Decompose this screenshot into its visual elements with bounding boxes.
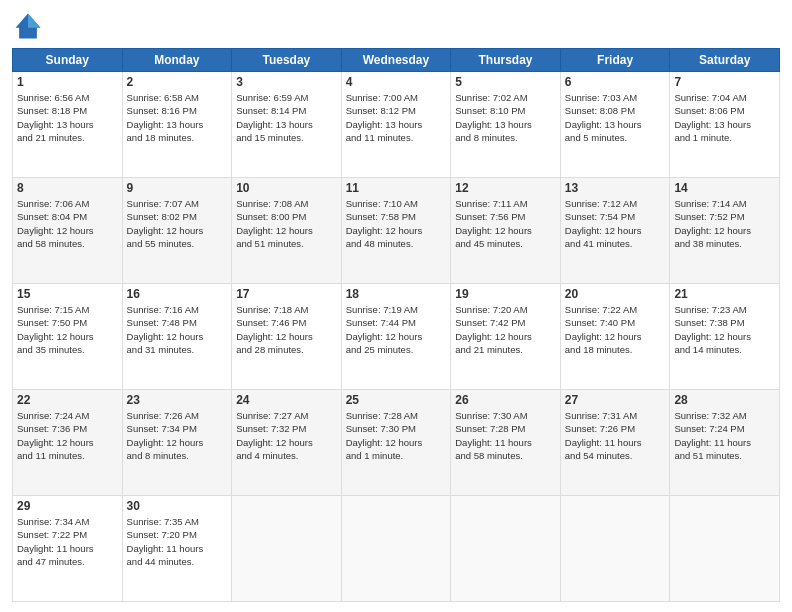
calendar-cell xyxy=(451,496,561,602)
header xyxy=(12,10,780,42)
page: SundayMondayTuesdayWednesdayThursdayFrid… xyxy=(0,0,792,612)
svg-marker-1 xyxy=(28,14,40,28)
day-detail: Sunrise: 7:16 AMSunset: 7:48 PMDaylight:… xyxy=(127,303,228,356)
day-number: 3 xyxy=(236,75,337,89)
day-number: 18 xyxy=(346,287,447,301)
day-number: 14 xyxy=(674,181,775,195)
calendar-cell: 16Sunrise: 7:16 AMSunset: 7:48 PMDayligh… xyxy=(122,284,232,390)
day-detail: Sunrise: 7:08 AMSunset: 8:00 PMDaylight:… xyxy=(236,197,337,250)
day-detail: Sunrise: 6:59 AMSunset: 8:14 PMDaylight:… xyxy=(236,91,337,144)
day-number: 4 xyxy=(346,75,447,89)
day-number: 5 xyxy=(455,75,556,89)
calendar-cell xyxy=(341,496,451,602)
calendar-cell xyxy=(670,496,780,602)
day-detail: Sunrise: 6:58 AMSunset: 8:16 PMDaylight:… xyxy=(127,91,228,144)
calendar-cell: 22Sunrise: 7:24 AMSunset: 7:36 PMDayligh… xyxy=(13,390,123,496)
day-detail: Sunrise: 7:03 AMSunset: 8:08 PMDaylight:… xyxy=(565,91,666,144)
day-number: 1 xyxy=(17,75,118,89)
calendar-cell: 17Sunrise: 7:18 AMSunset: 7:46 PMDayligh… xyxy=(232,284,342,390)
calendar-cell: 25Sunrise: 7:28 AMSunset: 7:30 PMDayligh… xyxy=(341,390,451,496)
day-detail: Sunrise: 7:32 AMSunset: 7:24 PMDaylight:… xyxy=(674,409,775,462)
calendar-table: SundayMondayTuesdayWednesdayThursdayFrid… xyxy=(12,48,780,602)
calendar-cell: 9Sunrise: 7:07 AMSunset: 8:02 PMDaylight… xyxy=(122,178,232,284)
day-number: 13 xyxy=(565,181,666,195)
calendar-cell: 2Sunrise: 6:58 AMSunset: 8:16 PMDaylight… xyxy=(122,72,232,178)
day-number: 25 xyxy=(346,393,447,407)
day-detail: Sunrise: 7:24 AMSunset: 7:36 PMDaylight:… xyxy=(17,409,118,462)
calendar-cell: 7Sunrise: 7:04 AMSunset: 8:06 PMDaylight… xyxy=(670,72,780,178)
calendar-cell xyxy=(232,496,342,602)
calendar-cell: 28Sunrise: 7:32 AMSunset: 7:24 PMDayligh… xyxy=(670,390,780,496)
day-detail: Sunrise: 6:56 AMSunset: 8:18 PMDaylight:… xyxy=(17,91,118,144)
day-number: 2 xyxy=(127,75,228,89)
day-number: 24 xyxy=(236,393,337,407)
calendar-cell: 11Sunrise: 7:10 AMSunset: 7:58 PMDayligh… xyxy=(341,178,451,284)
weekday-header-thursday: Thursday xyxy=(451,49,561,72)
calendar-cell: 13Sunrise: 7:12 AMSunset: 7:54 PMDayligh… xyxy=(560,178,670,284)
weekday-header-tuesday: Tuesday xyxy=(232,49,342,72)
calendar-cell: 15Sunrise: 7:15 AMSunset: 7:50 PMDayligh… xyxy=(13,284,123,390)
calendar-cell: 8Sunrise: 7:06 AMSunset: 8:04 PMDaylight… xyxy=(13,178,123,284)
day-number: 17 xyxy=(236,287,337,301)
day-number: 28 xyxy=(674,393,775,407)
day-number: 16 xyxy=(127,287,228,301)
day-detail: Sunrise: 7:20 AMSunset: 7:42 PMDaylight:… xyxy=(455,303,556,356)
calendar-cell: 24Sunrise: 7:27 AMSunset: 7:32 PMDayligh… xyxy=(232,390,342,496)
day-number: 21 xyxy=(674,287,775,301)
logo xyxy=(12,10,48,42)
day-number: 11 xyxy=(346,181,447,195)
weekday-header-sunday: Sunday xyxy=(13,49,123,72)
weekday-header-friday: Friday xyxy=(560,49,670,72)
calendar-cell: 21Sunrise: 7:23 AMSunset: 7:38 PMDayligh… xyxy=(670,284,780,390)
day-detail: Sunrise: 7:35 AMSunset: 7:20 PMDaylight:… xyxy=(127,515,228,568)
weekday-header-wednesday: Wednesday xyxy=(341,49,451,72)
calendar-row-2: 15Sunrise: 7:15 AMSunset: 7:50 PMDayligh… xyxy=(13,284,780,390)
day-number: 27 xyxy=(565,393,666,407)
day-number: 15 xyxy=(17,287,118,301)
day-detail: Sunrise: 7:28 AMSunset: 7:30 PMDaylight:… xyxy=(346,409,447,462)
day-detail: Sunrise: 7:07 AMSunset: 8:02 PMDaylight:… xyxy=(127,197,228,250)
logo-icon xyxy=(12,10,44,42)
day-number: 6 xyxy=(565,75,666,89)
day-detail: Sunrise: 7:27 AMSunset: 7:32 PMDaylight:… xyxy=(236,409,337,462)
calendar-cell: 19Sunrise: 7:20 AMSunset: 7:42 PMDayligh… xyxy=(451,284,561,390)
weekday-header-saturday: Saturday xyxy=(670,49,780,72)
calendar-cell: 1Sunrise: 6:56 AMSunset: 8:18 PMDaylight… xyxy=(13,72,123,178)
day-number: 19 xyxy=(455,287,556,301)
day-number: 12 xyxy=(455,181,556,195)
day-detail: Sunrise: 7:26 AMSunset: 7:34 PMDaylight:… xyxy=(127,409,228,462)
day-number: 30 xyxy=(127,499,228,513)
day-detail: Sunrise: 7:04 AMSunset: 8:06 PMDaylight:… xyxy=(674,91,775,144)
day-detail: Sunrise: 7:00 AMSunset: 8:12 PMDaylight:… xyxy=(346,91,447,144)
calendar-cell: 3Sunrise: 6:59 AMSunset: 8:14 PMDaylight… xyxy=(232,72,342,178)
day-number: 8 xyxy=(17,181,118,195)
weekday-header-monday: Monday xyxy=(122,49,232,72)
day-detail: Sunrise: 7:14 AMSunset: 7:52 PMDaylight:… xyxy=(674,197,775,250)
day-detail: Sunrise: 7:12 AMSunset: 7:54 PMDaylight:… xyxy=(565,197,666,250)
day-detail: Sunrise: 7:15 AMSunset: 7:50 PMDaylight:… xyxy=(17,303,118,356)
calendar-row-0: 1Sunrise: 6:56 AMSunset: 8:18 PMDaylight… xyxy=(13,72,780,178)
day-detail: Sunrise: 7:18 AMSunset: 7:46 PMDaylight:… xyxy=(236,303,337,356)
calendar-row-1: 8Sunrise: 7:06 AMSunset: 8:04 PMDaylight… xyxy=(13,178,780,284)
calendar-cell: 18Sunrise: 7:19 AMSunset: 7:44 PMDayligh… xyxy=(341,284,451,390)
weekday-header-row: SundayMondayTuesdayWednesdayThursdayFrid… xyxy=(13,49,780,72)
day-detail: Sunrise: 7:06 AMSunset: 8:04 PMDaylight:… xyxy=(17,197,118,250)
day-detail: Sunrise: 7:02 AMSunset: 8:10 PMDaylight:… xyxy=(455,91,556,144)
day-number: 20 xyxy=(565,287,666,301)
calendar-cell: 20Sunrise: 7:22 AMSunset: 7:40 PMDayligh… xyxy=(560,284,670,390)
day-number: 22 xyxy=(17,393,118,407)
day-detail: Sunrise: 7:19 AMSunset: 7:44 PMDaylight:… xyxy=(346,303,447,356)
calendar-cell: 10Sunrise: 7:08 AMSunset: 8:00 PMDayligh… xyxy=(232,178,342,284)
calendar-cell: 29Sunrise: 7:34 AMSunset: 7:22 PMDayligh… xyxy=(13,496,123,602)
calendar-cell: 12Sunrise: 7:11 AMSunset: 7:56 PMDayligh… xyxy=(451,178,561,284)
day-detail: Sunrise: 7:31 AMSunset: 7:26 PMDaylight:… xyxy=(565,409,666,462)
day-number: 9 xyxy=(127,181,228,195)
calendar-cell: 5Sunrise: 7:02 AMSunset: 8:10 PMDaylight… xyxy=(451,72,561,178)
calendar-cell xyxy=(560,496,670,602)
day-number: 10 xyxy=(236,181,337,195)
calendar-cell: 30Sunrise: 7:35 AMSunset: 7:20 PMDayligh… xyxy=(122,496,232,602)
day-detail: Sunrise: 7:22 AMSunset: 7:40 PMDaylight:… xyxy=(565,303,666,356)
calendar-row-3: 22Sunrise: 7:24 AMSunset: 7:36 PMDayligh… xyxy=(13,390,780,496)
calendar-cell: 26Sunrise: 7:30 AMSunset: 7:28 PMDayligh… xyxy=(451,390,561,496)
day-number: 29 xyxy=(17,499,118,513)
